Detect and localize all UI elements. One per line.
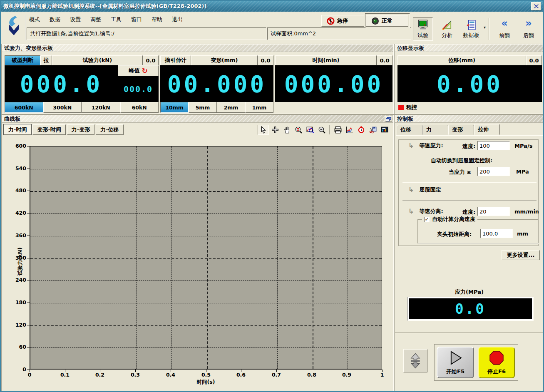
chart-plot[interactable] — [30, 146, 382, 370]
pull-mode-button[interactable]: 拉 — [40, 55, 52, 65]
force-range-button-60kN[interactable]: 60kN — [120, 102, 159, 113]
compare-curves-icon — [345, 126, 354, 134]
deform-aux-value: 0.0 — [258, 55, 273, 65]
y-tick-label-120: 120 — [10, 322, 26, 328]
analysis-button[interactable]: 分析 — [437, 17, 457, 41]
curve-tab-变形-时间[interactable]: 变形-时间 — [32, 124, 65, 135]
x-tick-label-0.2: 0.2 — [91, 372, 109, 378]
normal-status-button[interactable]: 正常 — [366, 15, 408, 27]
databoard-dropdown-arrow-icon[interactable]: ▾ — [484, 25, 486, 30]
displacement-led-display: 0.00 — [397, 65, 542, 102]
menu-item-设置[interactable]: 设置 — [69, 15, 82, 24]
zoom-out-tool-button[interactable] — [316, 125, 327, 135]
zoom-select-tool-button[interactable] — [293, 125, 304, 135]
force-range-button-600kN[interactable]: 600kN — [5, 102, 43, 113]
timer-tool-button[interactable] — [355, 125, 367, 135]
time-display-block: 时间(min) 0.0 000.00 — [275, 55, 392, 102]
const-stress-label: 等速应力: — [419, 142, 443, 149]
grip-distance-unit: mm — [517, 231, 528, 237]
control-tab-位移[interactable]: 位移 — [397, 125, 422, 135]
separation-speed-input[interactable] — [477, 207, 510, 216]
gridline-x-0.4 — [171, 146, 172, 369]
page-next-label: 后翻 — [523, 32, 534, 40]
branch-arrow-icon: ↳ — [408, 208, 414, 214]
test-view-button[interactable]: 试验 — [413, 17, 433, 41]
next-arrows-icon: » — [525, 18, 532, 28]
cursor-tool-button[interactable] — [258, 125, 269, 135]
x-tick-label-0.5: 0.5 — [197, 372, 215, 378]
stop-octagon-icon — [488, 350, 505, 366]
disp-panel-title: 位移显示板 — [397, 45, 424, 51]
deform-range-button-2mm[interactable]: 2mm — [217, 102, 245, 113]
grip-distance-input[interactable] — [480, 229, 513, 238]
force-range-button-300kN[interactable]: 300kN — [43, 102, 82, 113]
x-tick-label-0.8: 0.8 — [303, 372, 321, 378]
pan-hand-tool-button[interactable] — [281, 125, 292, 135]
tick-mark-y-60 — [27, 347, 30, 347]
curve-tab-力-位移[interactable]: 力-位移 — [96, 124, 123, 135]
more-settings-button[interactable]: 更多设置... — [502, 250, 540, 260]
panel-restore-button[interactable] — [385, 116, 392, 122]
jog-up-down-icon — [409, 353, 422, 369]
page-prev-button[interactable]: « 前翻 — [493, 17, 516, 41]
tick-mark-y-480 — [27, 191, 30, 191]
display-settings-tool-button[interactable] — [379, 125, 390, 135]
analysis-setsquare-icon — [442, 20, 452, 30]
crosshair-tool-button[interactable] — [269, 125, 281, 135]
gridline-x-0.5 — [207, 146, 208, 369]
y-tick-label-240: 240 — [10, 277, 26, 283]
peak-button[interactable]: 峰值 ↻ — [118, 65, 159, 76]
menu-item-退出[interactable]: 退出 — [171, 15, 184, 24]
const-separation-label: 等速分离: — [419, 208, 443, 215]
normal-status-label: 正常 — [382, 17, 392, 25]
chart-toolbar — [258, 125, 390, 135]
extensometer-remove-button[interactable]: 摘引伸计 — [160, 55, 191, 65]
tick-mark-y-180 — [27, 303, 30, 303]
deform-range-button-1mm[interactable]: 1mm — [245, 102, 273, 113]
control-tab-力[interactable]: 力 — [422, 125, 448, 135]
stress-speed-input[interactable] — [477, 141, 510, 150]
zoom-curve-tool-button[interactable] — [304, 125, 315, 135]
menu-item-帮助[interactable]: 帮助 — [151, 15, 163, 24]
tick-mark-y-300 — [27, 258, 30, 258]
cut-save-tool-button[interactable] — [367, 125, 378, 135]
menu-item-调整[interactable]: 调整 — [89, 15, 102, 24]
compare-curves-tool-button[interactable] — [344, 125, 355, 135]
x-tick-label-0.6: 0.6 — [232, 372, 250, 378]
tick-mark-y-120 — [27, 325, 30, 325]
control-tab-变形[interactable]: 变形 — [448, 125, 474, 135]
yield-fixed-row: ↳ 屈服固定 — [408, 186, 441, 194]
menu-item-窗口[interactable]: 窗口 — [130, 15, 143, 24]
reset-peak-icon[interactable]: ↻ — [142, 67, 147, 75]
separation-speed-label: 速度: — [462, 208, 475, 216]
auto-switch-label: 自动切换到屈服固定控制: — [431, 157, 492, 164]
x-tick-label-0.4: 0.4 — [161, 372, 180, 378]
deform-range-button-5mm[interactable]: 5mm — [189, 102, 217, 113]
deform-range-button-10mm[interactable]: 10mm — [160, 102, 189, 113]
tick-mark-y-240 — [27, 280, 30, 280]
menu-item-工具[interactable]: 工具 — [110, 15, 122, 24]
break-judge-button[interactable]: 破型判断 — [5, 55, 40, 65]
control-tab-拉伸[interactable]: 拉伸 — [474, 124, 500, 135]
force-range-button-120kN[interactable]: 120kN — [82, 102, 120, 113]
gridline-x-0.8 — [313, 146, 313, 369]
gridline-x-0.7 — [277, 146, 278, 369]
x-tick-label-0.9: 0.9 — [338, 372, 356, 378]
gridline-y-180 — [30, 303, 382, 303]
close-button[interactable] — [531, 2, 541, 10]
menu-item-数据[interactable]: 数据 — [49, 15, 61, 24]
curve-tab-力-变形[interactable]: 力-变形 — [67, 124, 94, 135]
auto-calc-checkbox[interactable]: ✓ — [424, 217, 430, 222]
menu-item-模式[interactable]: 模式 — [28, 15, 41, 24]
databoard-button[interactable]: 数据板 — [460, 17, 483, 41]
start-button[interactable]: 开始F5 — [437, 347, 474, 378]
curve-tab-力-时间[interactable]: 力-时间 — [4, 124, 31, 135]
switch-stress-input[interactable] — [477, 167, 510, 176]
emergency-stop-button[interactable]: 急停 — [321, 15, 364, 27]
stress-speed-unit: MPa/s — [514, 143, 532, 149]
page-next-button[interactable]: » 后翻 — [517, 17, 540, 41]
stop-button[interactable]: 停止F6 — [478, 347, 515, 378]
print-tool-button[interactable] — [332, 125, 343, 135]
y-tick-label-600: 600 — [10, 143, 26, 149]
crosshead-jog-button[interactable] — [403, 349, 427, 372]
